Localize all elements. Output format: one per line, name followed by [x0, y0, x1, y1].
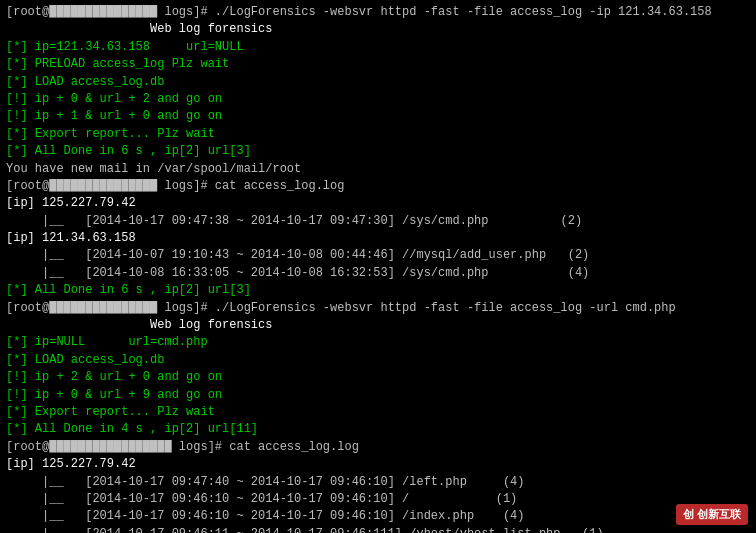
terminal: [root@███████████████ logs]# ./LogForens… — [0, 0, 756, 533]
terminal-line: |__ [2014-10-17 09:47:40 ~ 2014-10-17 09… — [6, 474, 750, 491]
terminal-line: Web log forensics — [6, 317, 750, 334]
terminal-line: |__ [2014-10-17 09:47:38 ~ 2014-10-17 09… — [6, 213, 750, 230]
terminal-line: |__ [2014-10-08 16:33:05 ~ 2014-10-08 16… — [6, 265, 750, 282]
terminal-line: [!] ip + 0 & url + 9 and go on — [6, 387, 750, 404]
terminal-line: [*] Export report... Plz wait — [6, 404, 750, 421]
terminal-line: |__ [2014-10-17 09:46:10 ~ 2014-10-17 09… — [6, 491, 750, 508]
terminal-line: [ip] 121.34.63.158 — [6, 230, 750, 247]
terminal-line: [root@█████████████████ logs]# cat acces… — [6, 439, 750, 456]
terminal-line: You have new mail in /var/spool/mail/roo… — [6, 161, 750, 178]
terminal-line: [ip] 125.227.79.42 — [6, 195, 750, 212]
watermark-badge: 创创新互联 — [676, 504, 748, 525]
terminal-line: [*] LOAD access_log.db — [6, 352, 750, 369]
terminal-line: [root@███████████████ logs]# ./LogForens… — [6, 4, 750, 21]
terminal-line: Web log forensics — [6, 21, 750, 38]
watermark-icon: 创 — [683, 507, 694, 522]
terminal-line: [*] All Done in 6 s , ip[2] url[3] — [6, 282, 750, 299]
terminal-line: [!] ip + 1 & url + 0 and go on — [6, 108, 750, 125]
terminal-line: [*] LOAD access_log.db — [6, 74, 750, 91]
terminal-line: [root@███████████████ logs]# ./LogForens… — [6, 300, 750, 317]
watermark-text: 创新互联 — [697, 508, 741, 520]
terminal-line: [!] ip + 2 & url + 0 and go on — [6, 369, 750, 386]
terminal-line: [*] Export report... Plz wait — [6, 126, 750, 143]
terminal-line: |__ [2014-10-17 09:46:11 ~ 2014-10-17 09… — [6, 526, 750, 533]
terminal-line: [*] ip=121.34.63.158 url=NULL — [6, 39, 750, 56]
terminal-line: [root@███████████████ logs]# cat access_… — [6, 178, 750, 195]
terminal-line: [*] All Done in 4 s , ip[2] url[11] — [6, 421, 750, 438]
terminal-line: [!] ip + 0 & url + 2 and go on — [6, 91, 750, 108]
terminal-line: |__ [2014-10-17 09:46:10 ~ 2014-10-17 09… — [6, 508, 750, 525]
terminal-line: [*] All Done in 6 s , ip[2] url[3] — [6, 143, 750, 160]
terminal-line: |__ [2014-10-07 19:10:43 ~ 2014-10-08 00… — [6, 247, 750, 264]
terminal-line: [*] ip=NULL url=cmd.php — [6, 334, 750, 351]
terminal-line: [*] PRELOAD access_log Plz wait — [6, 56, 750, 73]
terminal-line: [ip] 125.227.79.42 — [6, 456, 750, 473]
